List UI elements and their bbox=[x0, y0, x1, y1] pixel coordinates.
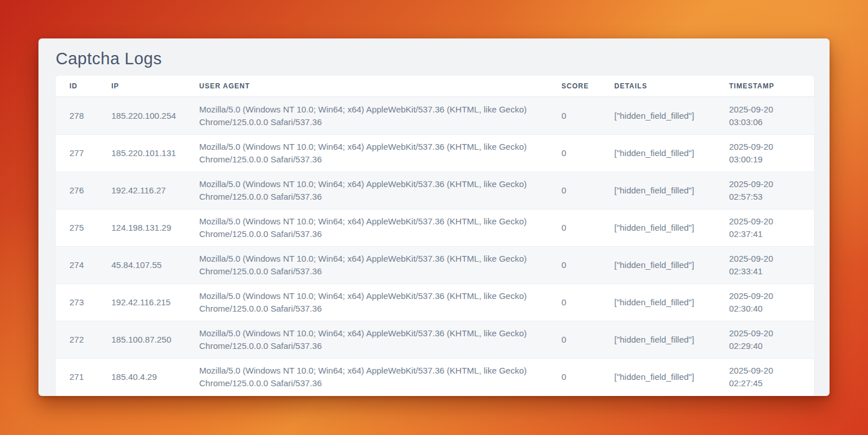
cell-id: 271 bbox=[56, 371, 111, 383]
table-row: 273 192.42.116.215 Mozilla/5.0 (Windows … bbox=[56, 283, 814, 321]
cell-id: 274 bbox=[56, 259, 111, 271]
cell-score: 0 bbox=[561, 147, 614, 160]
table-row: 277 185.220.101.131 Mozilla/5.0 (Windows… bbox=[56, 134, 814, 172]
cell-timestamp: 2025-09-20 02:57:53 bbox=[729, 178, 814, 203]
cell-id: 273 bbox=[56, 296, 111, 309]
cell-ip: 192.42.116.215 bbox=[111, 296, 199, 309]
cell-score: 0 bbox=[561, 110, 614, 122]
cell-user-agent: Mozilla/5.0 (Windows NT 10.0; Win64; x64… bbox=[199, 253, 561, 278]
cell-timestamp: 2025-09-20 03:03:06 bbox=[729, 103, 814, 129]
cell-timestamp: 2025-09-20 02:27:45 bbox=[729, 364, 814, 390]
column-header-timestamp: TIMESTAMP bbox=[729, 82, 814, 90]
cell-details: ["hidden_field_filled"] bbox=[614, 147, 729, 160]
page-title: Captcha Logs bbox=[56, 49, 812, 68]
cell-user-agent: Mozilla/5.0 (Windows NT 10.0; Win64; x64… bbox=[199, 327, 561, 352]
table-header-row: ID IP USER AGENT SCORE DETAILS TIMESTAMP bbox=[56, 76, 814, 97]
column-header-ip: IP bbox=[111, 82, 199, 90]
cell-user-agent: Mozilla/5.0 (Windows NT 10.0; Win64; x64… bbox=[199, 103, 561, 129]
cell-id: 272 bbox=[56, 333, 111, 346]
cell-ip: 192.42.116.27 bbox=[111, 184, 199, 197]
cell-details: ["hidden_field_filled"] bbox=[614, 333, 729, 346]
cell-score: 0 bbox=[561, 371, 614, 383]
cell-id: 275 bbox=[56, 222, 111, 234]
column-header-id: ID bbox=[56, 82, 111, 90]
cell-timestamp: 2025-09-20 02:37:41 bbox=[729, 215, 814, 240]
cell-timestamp: 2025-09-20 03:00:19 bbox=[729, 141, 814, 166]
cell-user-agent: Mozilla/5.0 (Windows NT 10.0; Win64; x64… bbox=[199, 215, 561, 240]
cell-score: 0 bbox=[561, 333, 614, 346]
cell-ip: 185.220.101.131 bbox=[111, 147, 199, 160]
captcha-logs-card: Captcha Logs ID IP USER AGENT SCORE DETA… bbox=[38, 38, 830, 396]
cell-timestamp: 2025-09-20 02:30:40 bbox=[729, 290, 814, 315]
cell-user-agent: Mozilla/5.0 (Windows NT 10.0; Win64; x64… bbox=[199, 178, 561, 203]
cell-details: ["hidden_field_filled"] bbox=[614, 296, 729, 309]
cell-score: 0 bbox=[561, 296, 614, 309]
cell-details: ["hidden_field_filled"] bbox=[614, 222, 729, 234]
cell-id: 276 bbox=[56, 184, 111, 197]
table-row: 272 185.100.87.250 Mozilla/5.0 (Windows … bbox=[56, 321, 814, 358]
cell-user-agent: Mozilla/5.0 (Windows NT 10.0; Win64; x64… bbox=[199, 364, 561, 390]
card-header: Captcha Logs bbox=[38, 38, 830, 76]
table-row: 275 124.198.131.29 Mozilla/5.0 (Windows … bbox=[56, 209, 814, 246]
table-row: 278 185.220.100.254 Mozilla/5.0 (Windows… bbox=[56, 97, 814, 134]
cell-details: ["hidden_field_filled"] bbox=[614, 184, 729, 197]
cell-timestamp: 2025-09-20 02:33:41 bbox=[729, 253, 814, 278]
table-header: ID IP USER AGENT SCORE DETAILS TIMESTAMP bbox=[56, 76, 814, 97]
cell-user-agent: Mozilla/5.0 (Windows NT 10.0; Win64; x64… bbox=[199, 290, 561, 315]
cell-details: ["hidden_field_filled"] bbox=[614, 110, 729, 122]
cell-ip: 45.84.107.55 bbox=[111, 259, 199, 271]
column-header-details: DETAILS bbox=[614, 82, 729, 90]
cell-id: 277 bbox=[56, 147, 111, 160]
captcha-logs-table: ID IP USER AGENT SCORE DETAILS TIMESTAMP… bbox=[56, 76, 814, 396]
cell-score: 0 bbox=[561, 222, 614, 234]
cell-timestamp: 2025-09-20 02:29:40 bbox=[729, 327, 814, 352]
column-header-score: SCORE bbox=[561, 82, 614, 90]
cell-score: 0 bbox=[561, 184, 614, 197]
table-body: 278 185.220.100.254 Mozilla/5.0 (Windows… bbox=[56, 97, 814, 395]
table-row: 271 185.40.4.29 Mozilla/5.0 (Windows NT … bbox=[56, 358, 814, 395]
table-row: 274 45.84.107.55 Mozilla/5.0 (Windows NT… bbox=[56, 246, 814, 283]
cell-user-agent: Mozilla/5.0 (Windows NT 10.0; Win64; x64… bbox=[199, 141, 561, 166]
cell-ip: 185.220.100.254 bbox=[111, 110, 199, 122]
cell-details: ["hidden_field_filled"] bbox=[614, 371, 729, 383]
cell-ip: 185.100.87.250 bbox=[111, 333, 199, 346]
cell-id: 278 bbox=[56, 110, 111, 122]
cell-score: 0 bbox=[561, 259, 614, 271]
column-header-user-agent: USER AGENT bbox=[199, 82, 561, 90]
cell-details: ["hidden_field_filled"] bbox=[614, 259, 729, 271]
cell-ip: 185.40.4.29 bbox=[111, 371, 199, 383]
cell-ip: 124.198.131.29 bbox=[111, 222, 199, 234]
table-row: 276 192.42.116.27 Mozilla/5.0 (Windows N… bbox=[56, 172, 814, 209]
